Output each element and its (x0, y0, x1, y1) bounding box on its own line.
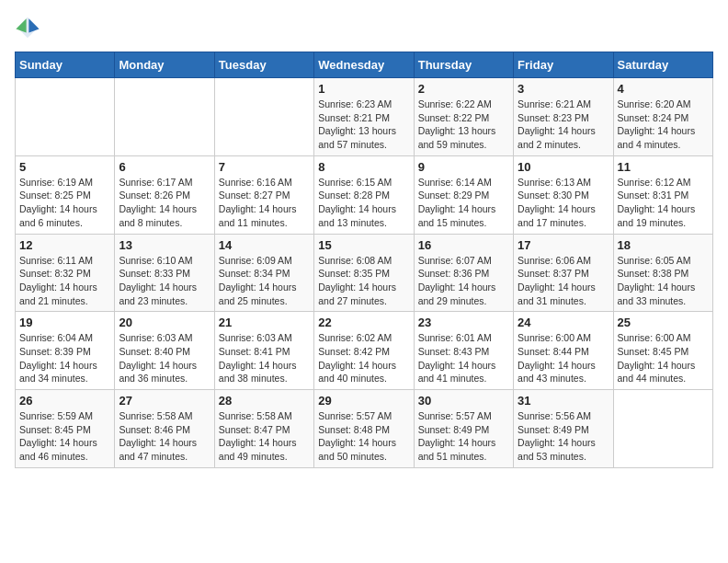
calendar-header-wednesday: Wednesday (314, 52, 414, 78)
day-number: 22 (318, 316, 409, 329)
calendar-cell: 8Sunrise: 6:15 AM Sunset: 8:28 PM Daylig… (314, 155, 414, 234)
calendar-cell: 7Sunrise: 6:16 AM Sunset: 8:27 PM Daylig… (214, 155, 313, 234)
calendar-header-sunday: Sunday (16, 52, 115, 78)
day-info: Sunrise: 6:03 AM Sunset: 8:41 PM Dayligh… (219, 331, 310, 385)
calendar-cell: 4Sunrise: 6:20 AM Sunset: 8:24 PM Daylig… (613, 78, 712, 156)
calendar-cell: 26Sunrise: 5:59 AM Sunset: 8:45 PM Dayli… (16, 390, 115, 468)
day-number: 15 (318, 238, 409, 252)
logo (15, 15, 44, 40)
day-number: 3 (518, 82, 609, 96)
day-number: 1 (318, 82, 409, 96)
calendar-week-row: 26Sunrise: 5:59 AM Sunset: 8:45 PM Dayli… (16, 390, 713, 468)
day-number: 30 (418, 394, 509, 408)
calendar-header-saturday: Saturday (613, 52, 712, 78)
calendar-cell (613, 390, 712, 468)
day-info: Sunrise: 6:08 AM Sunset: 8:35 PM Dayligh… (318, 254, 409, 308)
day-info: Sunrise: 5:59 AM Sunset: 8:45 PM Dayligh… (19, 409, 110, 464)
day-info: Sunrise: 6:14 AM Sunset: 8:29 PM Dayligh… (418, 176, 509, 230)
calendar-cell: 29Sunrise: 5:57 AM Sunset: 8:48 PM Dayli… (314, 390, 414, 468)
calendar-cell: 12Sunrise: 6:11 AM Sunset: 8:32 PM Dayli… (16, 234, 115, 312)
day-info: Sunrise: 6:19 AM Sunset: 8:25 PM Dayligh… (19, 176, 110, 230)
calendar-header-friday: Friday (514, 52, 613, 78)
day-info: Sunrise: 5:58 AM Sunset: 8:47 PM Dayligh… (219, 409, 310, 464)
day-info: Sunrise: 6:20 AM Sunset: 8:24 PM Dayligh… (618, 98, 709, 152)
day-number: 14 (219, 238, 310, 252)
calendar-cell (16, 78, 115, 156)
day-info: Sunrise: 6:15 AM Sunset: 8:28 PM Dayligh… (318, 176, 409, 230)
day-info: Sunrise: 6:02 AM Sunset: 8:42 PM Dayligh… (318, 331, 409, 385)
calendar-cell: 27Sunrise: 5:58 AM Sunset: 8:46 PM Dayli… (115, 390, 214, 468)
day-number: 31 (518, 394, 609, 408)
calendar-cell: 21Sunrise: 6:03 AM Sunset: 8:41 PM Dayli… (214, 312, 313, 390)
day-number: 24 (518, 316, 609, 329)
day-info: Sunrise: 6:00 AM Sunset: 8:45 PM Dayligh… (618, 331, 709, 385)
day-number: 17 (518, 238, 609, 252)
calendar-week-row: 19Sunrise: 6:04 AM Sunset: 8:39 PM Dayli… (16, 312, 713, 390)
calendar-cell: 2Sunrise: 6:22 AM Sunset: 8:22 PM Daylig… (414, 78, 513, 156)
day-info: Sunrise: 6:17 AM Sunset: 8:26 PM Dayligh… (119, 176, 210, 230)
day-number: 5 (19, 160, 110, 174)
logo-icon (15, 15, 40, 40)
day-number: 20 (119, 316, 210, 329)
day-number: 6 (119, 160, 210, 174)
day-number: 11 (618, 160, 709, 174)
day-number: 28 (219, 394, 310, 408)
day-number: 26 (19, 394, 110, 408)
calendar-cell: 24Sunrise: 6:00 AM Sunset: 8:44 PM Dayli… (514, 312, 613, 390)
calendar-cell: 6Sunrise: 6:17 AM Sunset: 8:26 PM Daylig… (115, 155, 214, 234)
day-number: 27 (119, 394, 210, 408)
svg-marker-1 (28, 18, 39, 32)
calendar-cell: 14Sunrise: 6:09 AM Sunset: 8:34 PM Dayli… (214, 234, 313, 312)
day-number: 18 (618, 238, 709, 252)
day-info: Sunrise: 5:58 AM Sunset: 8:46 PM Dayligh… (119, 409, 210, 464)
calendar-cell (115, 78, 214, 156)
calendar-table: SundayMondayTuesdayWednesdayThursdayFrid… (15, 52, 713, 468)
day-info: Sunrise: 6:22 AM Sunset: 8:22 PM Dayligh… (418, 98, 509, 152)
day-info: Sunrise: 6:00 AM Sunset: 8:44 PM Dayligh… (518, 331, 609, 385)
day-number: 23 (418, 316, 509, 329)
calendar-cell: 25Sunrise: 6:00 AM Sunset: 8:45 PM Dayli… (613, 312, 712, 390)
day-number: 2 (418, 82, 509, 96)
day-info: Sunrise: 6:03 AM Sunset: 8:40 PM Dayligh… (119, 331, 210, 385)
day-info: Sunrise: 6:21 AM Sunset: 8:23 PM Dayligh… (518, 98, 609, 152)
calendar-header-thursday: Thursday (414, 52, 513, 78)
day-info: Sunrise: 5:57 AM Sunset: 8:48 PM Dayligh… (318, 409, 409, 464)
calendar-cell: 23Sunrise: 6:01 AM Sunset: 8:43 PM Dayli… (414, 312, 513, 390)
day-info: Sunrise: 6:12 AM Sunset: 8:31 PM Dayligh… (618, 176, 709, 230)
calendar-cell: 17Sunrise: 6:06 AM Sunset: 8:37 PM Dayli… (514, 234, 613, 312)
day-info: Sunrise: 6:05 AM Sunset: 8:38 PM Dayligh… (618, 254, 709, 308)
calendar-cell: 19Sunrise: 6:04 AM Sunset: 8:39 PM Dayli… (16, 312, 115, 390)
calendar-cell: 1Sunrise: 6:23 AM Sunset: 8:21 PM Daylig… (314, 78, 414, 156)
day-info: Sunrise: 6:09 AM Sunset: 8:34 PM Dayligh… (219, 254, 310, 308)
calendar-header-tuesday: Tuesday (214, 52, 313, 78)
day-number: 16 (418, 238, 509, 252)
calendar-cell: 13Sunrise: 6:10 AM Sunset: 8:33 PM Dayli… (115, 234, 214, 312)
calendar-cell: 22Sunrise: 6:02 AM Sunset: 8:42 PM Dayli… (314, 312, 414, 390)
day-number: 7 (219, 160, 310, 174)
day-number: 4 (618, 82, 709, 96)
day-info: Sunrise: 5:57 AM Sunset: 8:49 PM Dayligh… (418, 409, 509, 464)
day-info: Sunrise: 6:13 AM Sunset: 8:30 PM Dayligh… (518, 176, 609, 230)
calendar-week-row: 1Sunrise: 6:23 AM Sunset: 8:21 PM Daylig… (16, 78, 713, 156)
day-number: 13 (119, 238, 210, 252)
day-number: 9 (418, 160, 509, 174)
day-number: 8 (318, 160, 409, 174)
calendar-cell: 18Sunrise: 6:05 AM Sunset: 8:38 PM Dayli… (613, 234, 712, 312)
calendar-header-monday: Monday (115, 52, 214, 78)
day-number: 10 (518, 160, 609, 174)
day-number: 25 (618, 316, 709, 329)
day-info: Sunrise: 6:23 AM Sunset: 8:21 PM Dayligh… (318, 98, 409, 152)
calendar-cell: 9Sunrise: 6:14 AM Sunset: 8:29 PM Daylig… (414, 155, 513, 234)
calendar-header-row: SundayMondayTuesdayWednesdayThursdayFrid… (16, 52, 713, 78)
day-number: 19 (19, 316, 110, 329)
calendar-cell: 30Sunrise: 5:57 AM Sunset: 8:49 PM Dayli… (414, 390, 513, 468)
day-info: Sunrise: 6:10 AM Sunset: 8:33 PM Dayligh… (119, 254, 210, 308)
svg-marker-2 (16, 18, 26, 32)
day-info: Sunrise: 6:16 AM Sunset: 8:27 PM Dayligh… (219, 176, 310, 230)
calendar-cell: 10Sunrise: 6:13 AM Sunset: 8:30 PM Dayli… (514, 155, 613, 234)
calendar-cell: 31Sunrise: 5:56 AM Sunset: 8:49 PM Dayli… (514, 390, 613, 468)
calendar-cell: 11Sunrise: 6:12 AM Sunset: 8:31 PM Dayli… (613, 155, 712, 234)
calendar-cell: 20Sunrise: 6:03 AM Sunset: 8:40 PM Dayli… (115, 312, 214, 390)
calendar-cell: 5Sunrise: 6:19 AM Sunset: 8:25 PM Daylig… (16, 155, 115, 234)
day-info: Sunrise: 5:56 AM Sunset: 8:49 PM Dayligh… (518, 409, 609, 464)
